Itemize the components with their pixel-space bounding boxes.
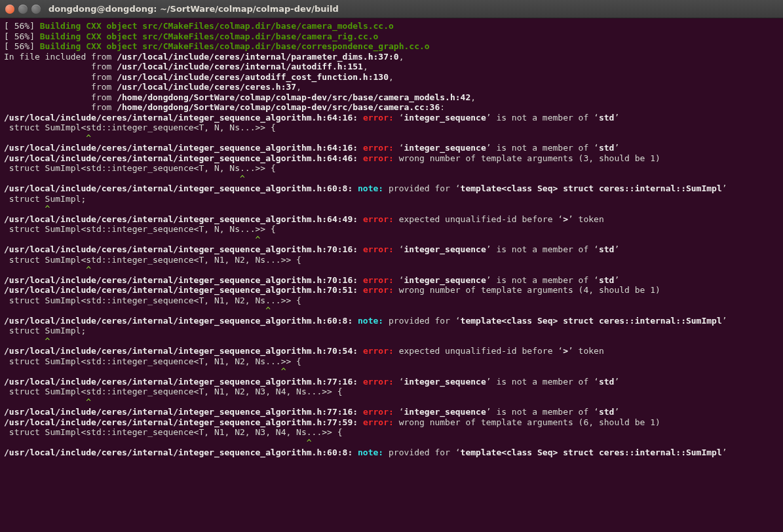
terminal-line: ^ (4, 204, 779, 214)
terminal-segment: > (563, 346, 568, 356)
terminal-output[interactable]: [ 56%] Building CXX object src/CMakeFile… (0, 18, 783, 532)
terminal-segment: ’ is not a member of ‘ (486, 143, 599, 153)
terminal-segment: struct SumImpl; (4, 194, 86, 204)
terminal-segment: [ 56%] (4, 31, 40, 41)
terminal-segment: error: (363, 285, 394, 295)
window-title: dongdong@dongdong: ~/SortWare/colmap/col… (48, 4, 339, 14)
minimize-icon[interactable] (18, 5, 28, 14)
terminal-line: /usr/local/include/ceres/internal/intege… (4, 153, 779, 164)
terminal-segment: ‘ (394, 143, 404, 153)
terminal-segment: struct SumImpl<std::integer_sequence<T, … (4, 255, 301, 265)
terminal-segment: std (599, 275, 614, 285)
terminal-segment: struct SumImpl<std::integer_sequence<T, … (4, 163, 276, 173)
terminal-line: struct SumImpl<std::integer_sequence<T, … (4, 427, 779, 438)
close-icon[interactable] (5, 5, 14, 14)
terminal-line: /usr/local/include/ceres/internal/intege… (4, 346, 779, 356)
terminal-line: struct SumImpl; (4, 326, 779, 336)
terminal-segment (358, 275, 363, 285)
terminal-segment: ’ (614, 143, 619, 153)
terminal-segment: ’ (614, 377, 619, 387)
terminal-segment: note: (358, 183, 383, 193)
terminal-line: /usr/local/include/ceres/internal/intege… (4, 214, 779, 225)
terminal-line: ^ (4, 305, 779, 316)
terminal-segment: template<class Seq> struct ceres::intern… (461, 183, 722, 193)
terminal-line: [ 56%] Building CXX object src/CMakeFile… (4, 41, 779, 52)
terminal-line: /usr/local/include/ceres/internal/intege… (4, 417, 779, 428)
terminal-segment: struct SumImpl; (4, 326, 86, 335)
terminal-segment (358, 153, 363, 163)
terminal-segment: from (4, 62, 117, 71)
terminal-line: ^ (4, 397, 779, 408)
terminal-segment: In file included from (4, 52, 117, 62)
terminal-line: from /home/dongdong/SortWare/colmap/colm… (4, 102, 779, 113)
terminal-segment: struct SumImpl<std::integer_sequence<T, … (4, 387, 343, 396)
maximize-icon[interactable] (31, 5, 41, 14)
terminal-line: struct SumImpl<std::integer_sequence<T, … (4, 163, 779, 174)
terminal-line: struct SumImpl<std::integer_sequence<T, … (4, 356, 779, 367)
terminal-line: /usr/local/include/ceres/internal/intege… (4, 316, 779, 326)
terminal-segment: template<class Seq> struct ceres::intern… (461, 447, 722, 457)
terminal-segment: ‘ (394, 275, 404, 285)
terminal-segment: wrong number of template arguments (4, s… (394, 285, 660, 295)
terminal-line: /usr/local/include/ceres/internal/intege… (4, 244, 779, 255)
terminal-segment: ‘ (394, 377, 404, 387)
terminal-segment (358, 285, 363, 295)
terminal-segment: ^ (4, 305, 271, 315)
terminal-line: from /usr/local/include/ceres/autodiff_c… (4, 72, 779, 83)
terminal-segment: expected unqualified-id before ‘ (394, 346, 563, 356)
terminal-segment (353, 447, 358, 457)
terminal-segment: ^ (4, 204, 50, 214)
terminal-segment: ’ (614, 113, 619, 123)
terminal-line: [ 56%] Building CXX object src/CMakeFile… (4, 21, 779, 31)
terminal-segment: , (389, 72, 394, 82)
terminal-segment: , (296, 82, 301, 92)
terminal-segment: /home/dongdong/SortWare/colmap/colmap-de… (117, 92, 470, 102)
terminal-line: struct SumImpl; (4, 194, 779, 204)
terminal-segment (358, 143, 363, 153)
terminal-segment: Building CXX object src/CMakeFiles/colma… (40, 41, 430, 51)
terminal-line: struct SumImpl<std::integer_sequence<T, … (4, 255, 779, 265)
terminal-segment: error: (363, 346, 394, 356)
terminal-segment: ^ (4, 235, 260, 244)
terminal-segment: ’ is not a member of ‘ (486, 275, 599, 285)
terminal-line: /usr/local/include/ceres/internal/intege… (4, 447, 779, 458)
terminal-segment: ^ (4, 174, 245, 183)
terminal-segment: [ 56%] (4, 41, 40, 51)
terminal-segment: ’ (614, 407, 619, 417)
terminal-segment: wrong number of template arguments (6, s… (394, 417, 660, 427)
terminal-segment (358, 214, 363, 224)
terminal-segment: std (599, 143, 614, 153)
terminal-segment: /usr/local/include/ceres/autodiff_cost_f… (117, 72, 389, 82)
terminal-segment: /usr/local/include/ceres/internal/intege… (4, 407, 358, 417)
terminal-segment: /usr/local/include/ceres/internal/intege… (4, 417, 358, 427)
terminal-segment: ’ (722, 447, 727, 457)
terminal-line: struct SumImpl<std::integer_sequence<T, … (4, 123, 779, 133)
terminal-line: [ 56%] Building CXX object src/CMakeFile… (4, 31, 779, 42)
terminal-segment: Building CXX object src/CMakeFiles/colma… (40, 21, 394, 31)
terminal-segment: /usr/local/include/ceres/internal/intege… (4, 143, 358, 153)
terminal-segment: Building CXX object src/CMakeFiles/colma… (40, 31, 379, 41)
terminal-segment: ^ (4, 336, 50, 346)
terminal-segment (353, 316, 358, 326)
terminal-line: from /home/dongdong/SortWare/colmap/colm… (4, 92, 779, 103)
terminal-segment: ’ is not a member of ‘ (486, 407, 599, 417)
terminal-segment (358, 113, 363, 123)
terminal-segment: ’ is not a member of ‘ (486, 244, 599, 254)
terminal-line: ^ (4, 265, 779, 275)
terminal-segment: /usr/local/include/ceres/internal/intege… (4, 183, 353, 193)
terminal-segment: provided for ‘ (383, 183, 460, 193)
terminal-segment: error: (363, 153, 394, 163)
terminal-line: ^ (4, 235, 779, 245)
terminal-segment: error: (363, 407, 394, 417)
terminal-line: struct SumImpl<std::integer_sequence<T, … (4, 295, 779, 306)
terminal-line: In file included from /usr/local/include… (4, 52, 779, 62)
terminal-segment: /usr/local/include/ceres/internal/intege… (4, 377, 358, 387)
terminal-segment: /usr/local/include/ceres/internal/intege… (4, 275, 358, 285)
terminal-segment: expected unqualified-id before ‘ (394, 214, 563, 224)
terminal-segment: ’ (722, 183, 727, 193)
terminal-segment: ‘ (394, 407, 404, 417)
terminal-segment: struct SumImpl<std::integer_sequence<T, … (4, 224, 276, 234)
terminal-line: from /usr/local/include/ceres/internal/a… (4, 62, 779, 72)
window-buttons (5, 5, 41, 14)
terminal-line: ^ (4, 133, 779, 143)
